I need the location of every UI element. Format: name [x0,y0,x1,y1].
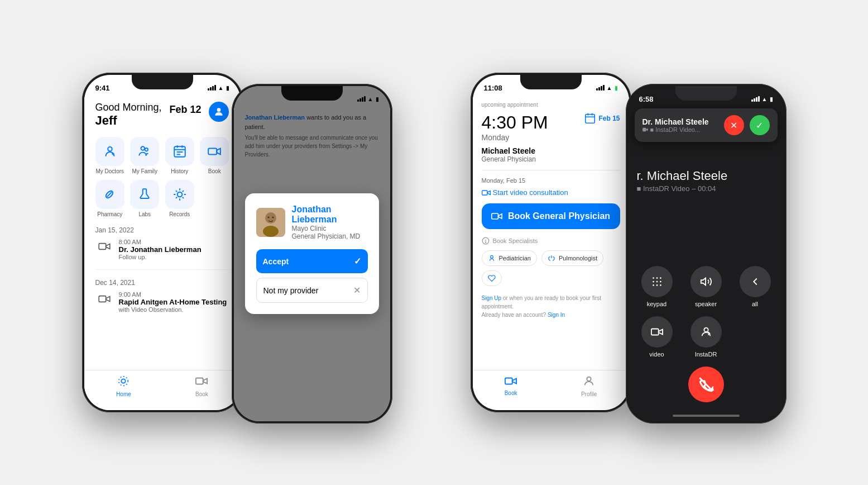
notification-info: Dr. Michael Steele ■ InstaDR Video... [642,117,724,133]
pulmonologist-label: Pulmonologist [559,255,597,261]
battery-icon-3: ▮ [615,85,618,91]
provider-full-name: Jonathan Lieberman [292,205,368,225]
family-icon [130,137,159,166]
user-avatar[interactable] [209,102,229,122]
instadr-button[interactable]: InstaDR [686,316,726,358]
wifi-icon-3: ▲ [607,85,612,91]
upcoming-label: upcoming appointment [482,102,620,108]
pharmacy-icon [95,180,124,209]
tab-home[interactable]: Home [116,375,131,397]
book-icon [200,137,229,166]
svg-point-23 [267,217,269,218]
tab-book-1[interactable]: Book [195,375,208,397]
svg-rect-29 [482,191,487,195]
appt-day: Monday [482,133,548,142]
svg-rect-19 [196,378,203,384]
svg-rect-15 [99,244,105,250]
signup-link[interactable]: Sign Up [482,295,502,301]
appt-details-2: 9:00 AM Rapid Anitgen At-Home Testing wi… [119,291,227,313]
home-tab-icon [117,375,130,390]
signin-link[interactable]: Sign In [548,312,565,318]
feature-grid: My Doctors My Family [95,137,229,217]
provider-org: Mayo Clinic [292,225,368,232]
date-display: Feb 12 [170,104,202,116]
svg-point-18 [119,376,128,386]
signal-icon-4 [751,96,760,102]
appt-doctor-1: Dr. Jonathan Lieberman [119,245,202,254]
svg-point-0 [217,108,221,112]
specialists-label: Book Specialists [493,237,538,244]
specialist-pediatrician[interactable]: Pediatrician [482,250,537,266]
grid-item-history[interactable]: History [165,137,195,174]
grid-item-family[interactable]: My Family [130,137,160,174]
svg-rect-35 [505,378,512,384]
signin-prompt: Already have an account? [482,312,546,318]
pediatrician-icon [488,254,496,262]
svg-point-1 [108,147,112,151]
accept-call-button[interactable]: ✓ [750,115,770,135]
battery-icon-4: ▮ [770,96,773,102]
grid-item-pharmacy[interactable]: Pharmacy [95,180,125,217]
grid-item-doctors[interactable]: My Doctors [95,137,125,174]
call-doctor-name: r. Michael Steele [637,169,775,183]
video-icon-small [482,189,491,196]
appt-details-1: 8:00 AM Dr. Jonathan Lieberman Follow up… [119,239,202,260]
call-controls: keypad speaker [628,257,784,367]
svg-point-24 [272,217,274,218]
provider-specialty: General Physician, MD [292,232,368,240]
provider-info: Jonathan Lieberman Mayo Clinic General P… [256,205,368,240]
divider-1 [482,170,620,170]
svg-marker-47 [701,278,705,286]
records-icon [165,180,194,209]
call-subtitle: ■ InstaDR Video – 00:04 [637,184,775,193]
appt-time-1: 8:00 AM [119,239,202,245]
decline-label: Not my provider [263,286,319,295]
svg-rect-30 [492,213,498,219]
keypad-button[interactable]: keypad [637,266,677,307]
call-header: r. Michael Steele ■ InstaDR Video – 00:0… [628,164,784,197]
speaker-button[interactable]: speaker [686,266,726,307]
end-call-button[interactable] [688,367,724,402]
appt-time-display: 4:30 PM [482,112,548,133]
tab-book-3[interactable]: Book [505,376,517,396]
all-icon [740,266,771,297]
grid-item-labs[interactable]: Labs [130,180,160,217]
doctors-icon [95,137,124,166]
grid-item-records[interactable]: Records [165,180,195,217]
end-call-icon [698,377,714,392]
appointment-item-2[interactable]: 9:00 AM Rapid Anitgen At-Home Testing wi… [95,291,229,322]
booking-doctor-name: Michael Steele [482,146,620,155]
svg-point-34 [490,255,493,258]
svg-point-41 [653,281,654,283]
pulmonologist-icon [548,254,555,262]
video-label: video [649,351,664,358]
tab-bar-1: Home Book [84,370,241,410]
history-label: History [171,168,188,174]
appointment-item-1[interactable]: 8:00 AM Dr. Jonathan Lieberman Follow up… [95,239,229,270]
specialist-more[interactable] [482,270,502,286]
appt-time-2: 9:00 AM [119,291,227,298]
accept-button[interactable]: Accept ✓ [256,249,368,273]
book-general-physician-button[interactable]: Book General Physician [482,203,620,229]
booking-doctor-specialty: General Physician [482,155,620,163]
specialist-pulmonologist[interactable]: Pulmonologist [541,250,603,266]
book-label: Book [208,168,221,174]
decline-button[interactable]: Not my provider ✕ [256,278,368,303]
svg-point-22 [263,226,279,237]
instadr-person-icon [700,326,712,338]
battery-icon: ▮ [226,85,229,91]
video-consultation-link[interactable]: Start video consultation [482,188,620,197]
video-button[interactable]: video [637,316,677,358]
keypad-grid-icon [651,275,663,288]
home-screen: Good Morning, Jeff Feb 12 [84,97,241,410]
svg-point-39 [656,277,658,279]
provider-text-info: Jonathan Lieberman Mayo Clinic General P… [292,205,368,240]
all-button[interactable]: all [735,266,775,307]
date-badge-section: Feb 15 [584,112,620,125]
tab-profile-3[interactable]: Profile [581,375,597,397]
svg-rect-37 [642,128,646,131]
decline-call-button[interactable]: ✕ [724,115,744,135]
grid-item-book[interactable]: Book [200,137,229,174]
tab-home-label: Home [116,391,131,397]
history-icon [165,137,194,166]
